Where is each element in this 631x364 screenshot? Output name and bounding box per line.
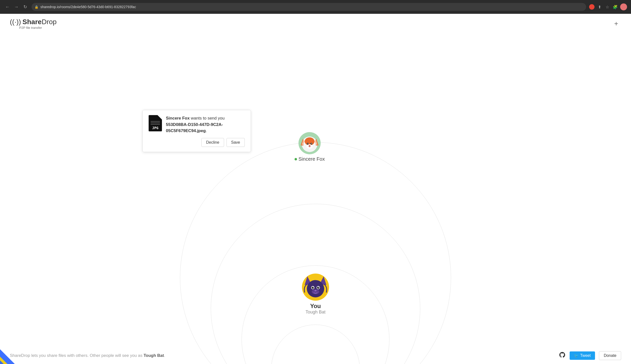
back-button[interactable]: ← xyxy=(4,4,11,10)
extensions-icon[interactable]: 🧩 xyxy=(612,4,618,10)
bookmark-icon[interactable]: ☆ xyxy=(604,4,610,10)
footer-description: ShareDrop lets you share files with othe… xyxy=(10,353,165,358)
you-device-name: Tough Bat xyxy=(306,310,325,315)
peer-avatar xyxy=(298,132,321,154)
footer-your-name: Tough Bat xyxy=(144,353,164,358)
transfer-dialog: JPG Sincere Fox wants to send you 553D08… xyxy=(142,110,251,152)
footer-actions: 🐦 Tweet Donate xyxy=(559,351,621,360)
svg-point-10 xyxy=(308,143,308,144)
app-header: ((·)) ShareDrop P2P file transfer + xyxy=(0,14,631,34)
donate-button[interactable]: Donate xyxy=(599,351,621,360)
lock-icon: 🔒 xyxy=(34,5,38,9)
peer-name-label: Sincere Fox xyxy=(294,156,325,162)
address-bar[interactable]: 🔒 sharedrop.io/rooms/2de4e580-5d76-43d0-… xyxy=(32,3,586,11)
file-type-label: JPG xyxy=(152,126,158,130)
svg-point-12 xyxy=(309,146,310,147)
forward-button[interactable]: → xyxy=(13,4,20,10)
svg-point-7 xyxy=(307,144,313,149)
nav-buttons: ← → ↻ xyxy=(4,4,28,10)
file-icon: JPG xyxy=(149,115,162,131)
logo-subtitle: P2P file transfer xyxy=(19,26,57,30)
peer-node-sincere-fox[interactable]: Sincere Fox xyxy=(294,132,325,162)
svg-point-6 xyxy=(305,138,315,146)
online-dot xyxy=(294,158,297,160)
tweet-button[interactable]: 🐦 Tweet xyxy=(570,352,595,360)
footer: ShareDrop lets you share files with othe… xyxy=(0,347,631,364)
browser-actions: ⬆ ☆ 🧩 xyxy=(589,4,627,10)
svg-point-11 xyxy=(311,143,312,144)
logo-waves-icon: ((·)) xyxy=(10,18,21,26)
save-button[interactable]: Save xyxy=(226,138,245,147)
fox-avatar-svg xyxy=(298,132,321,154)
you-avatar xyxy=(302,274,329,301)
svg-point-15 xyxy=(307,280,324,297)
github-icon[interactable] xyxy=(559,352,566,360)
bat-avatar-svg xyxy=(302,274,329,301)
svg-point-21 xyxy=(312,286,313,287)
dialog-sender-name: Sincere Fox xyxy=(166,116,190,120)
refresh-button[interactable]: ↻ xyxy=(22,4,28,10)
you-label-text: You xyxy=(310,303,321,310)
svg-point-23 xyxy=(314,290,316,292)
logo-brand-text: ShareDrop xyxy=(22,18,57,26)
dialog-message-prefix: wants to send you xyxy=(191,116,224,120)
profile-icon[interactable] xyxy=(620,4,627,10)
browser-chrome: ← → ↻ 🔒 sharedrop.io/rooms/2de4e580-5d76… xyxy=(0,0,631,14)
svg-point-22 xyxy=(318,286,319,287)
add-button[interactable]: + xyxy=(611,19,621,28)
dialog-text: Sincere Fox wants to send you 553D08BA-D… xyxy=(166,115,245,134)
google-icon[interactable] xyxy=(589,4,594,10)
you-node: You Tough Bat xyxy=(302,274,329,315)
dialog-file-name: 553D08BA-D150-447D-9C2A-05C5F679EC94.jpe… xyxy=(166,122,223,133)
logo-top: ((·)) ShareDrop xyxy=(10,18,57,26)
decline-button[interactable]: Decline xyxy=(202,138,224,147)
app-container: ((·)) ShareDrop P2P file transfer + xyxy=(0,14,631,364)
dialog-buttons: Decline Save xyxy=(149,138,245,147)
share-icon[interactable]: ⬆ xyxy=(596,4,602,10)
url-text: sharedrop.io/rooms/2de4e580-5d76-43d0-b6… xyxy=(40,5,136,9)
dialog-content: JPG Sincere Fox wants to send you 553D08… xyxy=(149,115,245,134)
twitter-bird-icon: 🐦 xyxy=(574,354,579,358)
logo-container: ((·)) ShareDrop P2P file transfer xyxy=(10,18,57,30)
